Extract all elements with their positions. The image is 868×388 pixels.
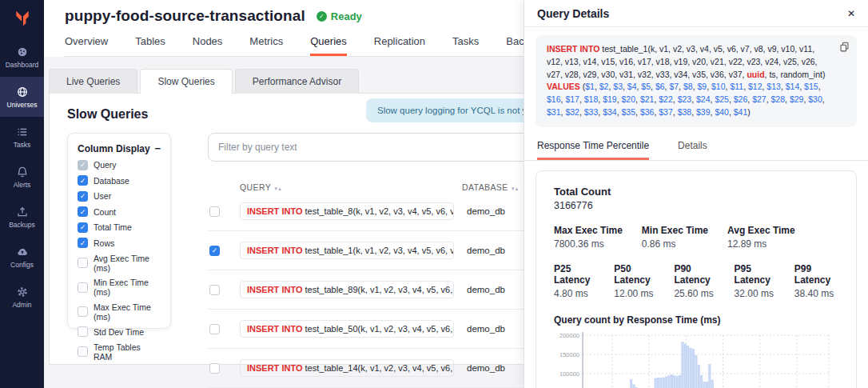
column-option-query[interactable]: Query [78,160,161,170]
checkbox-temp-tables[interactable] [78,346,88,357]
svg-text:200000: 200000 [559,331,579,338]
column-option-user[interactable]: User [78,191,161,202]
table-row[interactable]: INSERT INTO test_table_50(k, v1, v2, v3,… [208,310,531,349]
column-option-rows[interactable]: Rows [78,238,161,248]
query-table-area: QUERY▼▲ DATABASE▼▲ INSERT INTO test_tabl… [208,133,531,388]
database-cell: demo_db [467,206,531,216]
checkbox-database[interactable] [78,175,88,186]
database-cell: demo_db [467,246,531,255]
globe-icon [16,86,29,98]
table-row[interactable]: INSERT INTO test_table_14(k, v1, v2, v3,… [208,349,531,388]
sidebar-item-label: Backups [9,221,35,229]
tab-tasks[interactable]: Tasks [452,35,479,56]
row-checkbox[interactable] [209,363,220,374]
response-time-chart: 050000100000150000200000(1.5,1.6](3.6,4.… [554,329,838,388]
yugabyte-logo[interactable] [0,0,44,37]
sidebar-item-dashboard[interactable]: Dashboard [0,37,44,77]
column-option-avg-exec[interactable]: Avg Exec Time (ms) [78,254,161,273]
sidebar-item-tasks[interactable]: Tasks [0,117,44,157]
row-checkbox[interactable] [209,206,220,217]
tab-response-time-percentile[interactable]: Response Time Percentile [537,132,649,160]
row-checkbox[interactable] [209,285,220,295]
row-checkbox[interactable] [209,246,220,256]
column-header-query[interactable]: QUERY▼▲ [240,182,462,192]
column-option-std-dev[interactable]: Std Dev Time [78,326,161,337]
column-option-min-exec[interactable]: Min Exec Time (ms) [78,278,161,297]
database-cell: demo_db [467,324,531,334]
tab-performance-advisor[interactable]: Performance Advisor [235,69,359,94]
database-cell: demo_db [467,363,531,373]
table-header: QUERY▼▲ DATABASE▼▲ [208,182,531,192]
tab-overview[interactable]: Overview [65,35,108,56]
sidebar-item-configs[interactable]: Configs [0,237,44,277]
checkbox-query[interactable] [78,160,88,170]
checkbox-user[interactable] [78,191,88,202]
sidebar-item-label: Configs [10,261,34,269]
total-count-value: 3166776 [554,200,819,211]
query-text-pill[interactable]: INSERT INTO test_table_89(k, v1, v2, v3,… [240,281,454,298]
query-filter-input[interactable] [208,133,531,162]
query-details-panel: Query Details ✕ INSERT INTO test_table_1… [524,0,868,388]
check-circle-icon: ✓ [317,11,327,22]
list-icon [16,126,29,138]
row-checkbox[interactable] [209,324,220,334]
sidebar-item-backups[interactable]: Backups [0,197,44,237]
sidebar-item-label: Dashboard [6,61,39,69]
query-text-pill[interactable]: INSERT INTO test_table_8(k, v1, v2, v3, … [240,202,454,220]
checkbox-rows[interactable] [78,238,88,248]
sidebar-item-label: Admin [12,301,31,309]
checkbox-std-dev[interactable] [78,326,88,337]
query-text-pill[interactable]: INSERT INTO test_table_1(k, v1, v2, v3, … [240,242,454,259]
table-row[interactable]: INSERT INTO test_table_8(k, v1, v2, v3, … [208,192,531,231]
upload-icon [16,206,29,218]
sidebar-item-admin[interactable]: Admin [0,277,44,317]
svg-text:150000: 150000 [559,350,579,358]
column-option-temp-tables[interactable]: Temp Tables RAM [78,342,161,362]
sql-text: INSERT INTO test_table_1(k, v1, v2, v3, … [547,44,825,117]
column-option-total-time[interactable]: Total Time [78,222,161,233]
cloud-icon [16,246,29,258]
sidebar: Dashboard Universes Tasks Alerts Backups… [0,0,44,388]
column-option-database[interactable]: Database [78,175,161,186]
table-row[interactable]: INSERT INTO test_table_1(k, v1, v2, v3, … [208,231,531,270]
tab-replication[interactable]: Replication [374,35,425,56]
table-row[interactable]: INSERT INTO test_table_89(k, v1, v2, v3,… [208,270,531,310]
sort-icon[interactable]: ▼▲ [511,186,519,191]
close-icon[interactable]: ✕ [847,8,855,19]
tab-tables[interactable]: Tables [135,35,165,56]
collapse-icon[interactable]: − [154,142,161,154]
status-badge: ✓ Ready [317,10,362,22]
sidebar-item-alerts[interactable]: Alerts [0,157,44,197]
column-display-title: Column Display [78,143,150,154]
copy-icon[interactable] [839,42,850,57]
checkbox-total-time[interactable] [78,222,88,233]
sql-statement-box: INSERT INTO test_table_1(k, v1, v2, v3, … [536,35,857,127]
page-title: puppy-food-source-transactional [65,7,305,25]
checkbox-count[interactable] [78,206,88,217]
checkbox-max-exec[interactable] [78,306,88,317]
percentile-stats-card: Total Count 3166776 Max Exec Time7800.36… [536,170,857,388]
tab-metrics[interactable]: Metrics [249,35,283,56]
exec-time-stats: Max Exec Time7800.36 ms Min Exec Time0.8… [554,225,838,250]
column-option-max-exec[interactable]: Max Exec Time (ms) [78,302,161,322]
svg-text:100000: 100000 [559,370,579,377]
sort-icon[interactable]: ▼▲ [273,186,281,191]
yugabyte-logo-icon [14,10,31,27]
chart-title: Query count by Response Time (ms) [554,314,838,326]
query-details-tabs: Response Time Percentile Details [524,132,868,161]
database-cell: demo_db [467,285,531,294]
sidebar-item-label: Tasks [14,141,31,149]
tab-slow-queries[interactable]: Slow Queries [140,69,232,94]
total-count-stat: Total Count 3166776 [554,186,819,211]
column-option-count[interactable]: Count [78,206,161,217]
tab-details[interactable]: Details [678,132,707,160]
checkbox-avg-exec[interactable] [78,258,88,268]
tab-nodes[interactable]: Nodes [193,35,223,56]
column-header-database[interactable]: DATABASE▼▲ [462,182,531,192]
query-text-pill[interactable]: INSERT INTO test_table_14(k, v1, v2, v3,… [240,359,454,377]
sidebar-item-universes[interactable]: Universes [0,77,44,117]
tab-queries[interactable]: Queries [310,35,347,56]
query-text-pill[interactable]: INSERT INTO test_table_50(k, v1, v2, v3,… [240,320,454,338]
checkbox-min-exec[interactable] [78,282,88,293]
tab-live-queries[interactable]: Live Queries [49,69,137,94]
